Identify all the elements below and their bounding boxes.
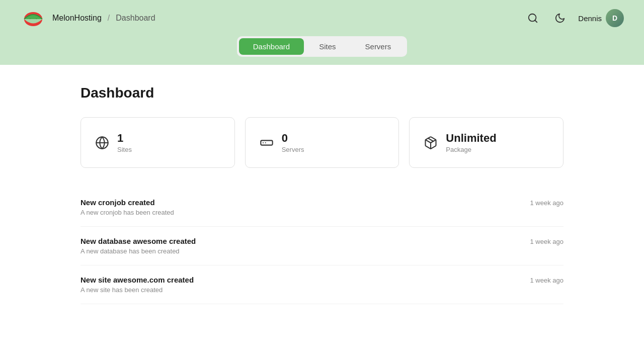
sites-value: 1 [117,132,132,145]
activity-title-site: New site awesome.com created [80,276,194,284]
activity-title-cronjob: New cronjob created [80,198,174,207]
activity-time-site: 1 week ago [530,277,564,284]
stat-info-package: Unlimited Package [446,132,496,153]
search-icon [527,13,538,24]
package-icon [424,136,438,150]
user-section[interactable]: Dennis D [578,9,624,27]
sites-label: Sites [117,146,132,153]
activity-item-cronjob: New cronjob created A new cronjob has be… [80,188,564,227]
activity-title-database: New database awesome created [80,237,196,245]
tab-servers[interactable]: Servers [351,38,406,55]
activity-desc-cronjob: A new cronjob has been created [80,209,174,216]
logo [20,4,46,32]
moon-icon [554,13,566,24]
activity-list: New cronjob created A new cronjob has be… [80,188,564,304]
activity-item-database: New database awesome created A new datab… [80,227,564,265]
header-right: Dennis D [524,9,624,27]
breadcrumb-current: Dashboard [116,14,155,23]
tabs-container: Dashboard Sites Servers [237,36,407,57]
header-left: MelonHosting / Dashboard [20,4,155,32]
package-label: Package [446,146,496,153]
brand-name: MelonHosting [52,14,102,23]
avatar: D [606,9,624,27]
search-button[interactable] [524,9,542,27]
stat-card-servers: 0 Servers [245,117,399,168]
activity-content-database: New database awesome created A new datab… [80,237,196,255]
servers-label: Servers [282,146,304,153]
header-top: MelonHosting / Dashboard Denn [20,0,624,36]
activity-content-cronjob: New cronjob created A new cronjob has be… [80,198,174,216]
svg-line-6 [535,20,537,22]
user-name: Dennis [578,14,602,23]
svg-rect-9 [261,140,272,145]
activity-item-site: New site awesome.com created A new site … [80,265,564,304]
stat-info-sites: 1 Sites [117,132,132,153]
activity-desc-site: A new site has been created [80,286,194,294]
server-icon [260,136,274,150]
breadcrumb-separator: / [108,14,110,23]
main-content: Dashboard 1 Sites [0,65,644,324]
page-title: Dashboard [80,85,564,101]
package-value: Unlimited [446,132,496,145]
activity-desc-database: A new database has been created [80,247,196,255]
app-shell: MelonHosting / Dashboard Denn [0,0,644,324]
stat-info-servers: 0 Servers [282,132,304,153]
activity-content-site: New site awesome.com created A new site … [80,276,194,294]
stats-grid: 1 Sites 0 Servers [80,117,564,168]
activity-time-cronjob: 1 week ago [530,199,564,207]
header: MelonHosting / Dashboard Denn [0,0,644,65]
stat-card-package: Unlimited Package [409,117,564,168]
tab-sites[interactable]: Sites [305,38,350,55]
globe-icon [95,136,109,150]
tab-dashboard[interactable]: Dashboard [239,38,304,55]
tab-bar: Dashboard Sites Servers [20,36,624,65]
activity-time-database: 1 week ago [530,238,564,245]
dark-mode-button[interactable] [551,9,569,27]
svg-line-12 [428,138,434,141]
servers-value: 0 [282,132,304,145]
stat-card-sites: 1 Sites [80,117,235,168]
